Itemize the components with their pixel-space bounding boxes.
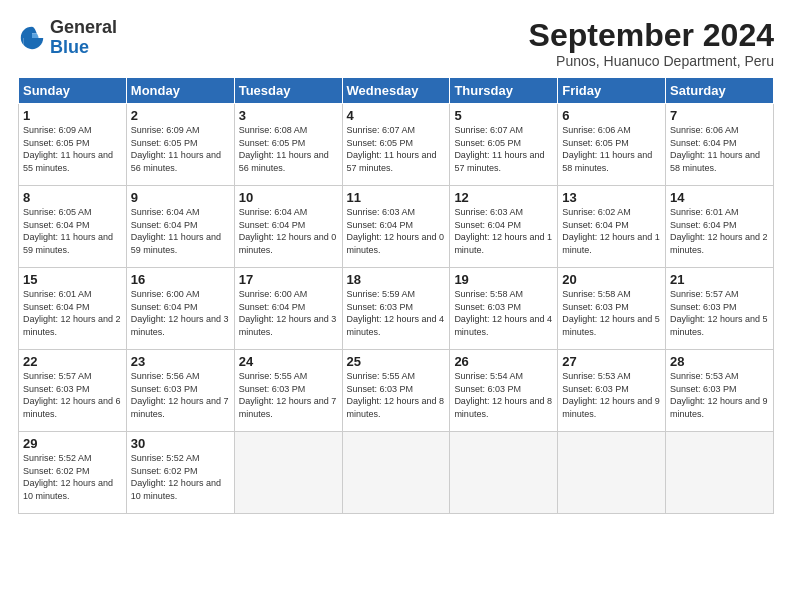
table-row: 20Sunrise: 5:58 AMSunset: 6:03 PMDayligh… [558, 268, 666, 350]
table-row: 12Sunrise: 6:03 AMSunset: 6:04 PMDayligh… [450, 186, 558, 268]
day-info: Sunrise: 6:03 AMSunset: 6:04 PMDaylight:… [347, 207, 445, 255]
day-number: 7 [670, 108, 769, 123]
day-info: Sunrise: 6:04 AMSunset: 6:04 PMDaylight:… [131, 207, 221, 255]
table-row: 10Sunrise: 6:04 AMSunset: 6:04 PMDayligh… [234, 186, 342, 268]
table-row: 4Sunrise: 6:07 AMSunset: 6:05 PMDaylight… [342, 104, 450, 186]
table-row: 27Sunrise: 5:53 AMSunset: 6:03 PMDayligh… [558, 350, 666, 432]
day-number: 28 [670, 354, 769, 369]
day-number: 17 [239, 272, 338, 287]
calendar-body: 1Sunrise: 6:09 AMSunset: 6:05 PMDaylight… [19, 104, 774, 514]
table-row: 6Sunrise: 6:06 AMSunset: 6:05 PMDaylight… [558, 104, 666, 186]
header-monday: Monday [126, 78, 234, 104]
day-info: Sunrise: 6:01 AMSunset: 6:04 PMDaylight:… [670, 207, 768, 255]
header-friday: Friday [558, 78, 666, 104]
table-row: 2Sunrise: 6:09 AMSunset: 6:05 PMDaylight… [126, 104, 234, 186]
table-row: 8Sunrise: 6:05 AMSunset: 6:04 PMDaylight… [19, 186, 127, 268]
day-info: Sunrise: 5:58 AMSunset: 6:03 PMDaylight:… [454, 289, 552, 337]
day-number: 22 [23, 354, 122, 369]
table-row: 25Sunrise: 5:55 AMSunset: 6:03 PMDayligh… [342, 350, 450, 432]
table-row: 15Sunrise: 6:01 AMSunset: 6:04 PMDayligh… [19, 268, 127, 350]
day-info: Sunrise: 5:58 AMSunset: 6:03 PMDaylight:… [562, 289, 660, 337]
table-row: 18Sunrise: 5:59 AMSunset: 6:03 PMDayligh… [342, 268, 450, 350]
calendar-week-row: 15Sunrise: 6:01 AMSunset: 6:04 PMDayligh… [19, 268, 774, 350]
month-title: September 2024 [529, 18, 774, 53]
day-number: 4 [347, 108, 446, 123]
day-number: 12 [454, 190, 553, 205]
day-info: Sunrise: 6:00 AMSunset: 6:04 PMDaylight:… [131, 289, 229, 337]
day-number: 26 [454, 354, 553, 369]
table-row: 14Sunrise: 6:01 AMSunset: 6:04 PMDayligh… [666, 186, 774, 268]
day-number: 10 [239, 190, 338, 205]
table-row: 28Sunrise: 5:53 AMSunset: 6:03 PMDayligh… [666, 350, 774, 432]
table-row: 16Sunrise: 6:00 AMSunset: 6:04 PMDayligh… [126, 268, 234, 350]
day-info: Sunrise: 6:09 AMSunset: 6:05 PMDaylight:… [23, 125, 113, 173]
table-row: 24Sunrise: 5:55 AMSunset: 6:03 PMDayligh… [234, 350, 342, 432]
day-info: Sunrise: 5:55 AMSunset: 6:03 PMDaylight:… [239, 371, 337, 419]
logo-general-text: General [50, 18, 117, 38]
day-info: Sunrise: 5:56 AMSunset: 6:03 PMDaylight:… [131, 371, 229, 419]
table-row: 9Sunrise: 6:04 AMSunset: 6:04 PMDaylight… [126, 186, 234, 268]
day-number: 14 [670, 190, 769, 205]
calendar-week-row: 8Sunrise: 6:05 AMSunset: 6:04 PMDaylight… [19, 186, 774, 268]
day-number: 1 [23, 108, 122, 123]
logo-blue-text: Blue [50, 38, 117, 58]
day-number: 8 [23, 190, 122, 205]
table-row [450, 432, 558, 514]
day-info: Sunrise: 6:00 AMSunset: 6:04 PMDaylight:… [239, 289, 337, 337]
calendar-header-row: Sunday Monday Tuesday Wednesday Thursday… [19, 78, 774, 104]
day-number: 23 [131, 354, 230, 369]
table-row [342, 432, 450, 514]
logo: General Blue [18, 18, 117, 58]
day-number: 5 [454, 108, 553, 123]
day-number: 30 [131, 436, 230, 451]
table-row: 5Sunrise: 6:07 AMSunset: 6:05 PMDaylight… [450, 104, 558, 186]
table-row: 1Sunrise: 6:09 AMSunset: 6:05 PMDaylight… [19, 104, 127, 186]
table-row: 30Sunrise: 5:52 AMSunset: 6:02 PMDayligh… [126, 432, 234, 514]
day-info: Sunrise: 5:52 AMSunset: 6:02 PMDaylight:… [23, 453, 113, 501]
day-info: Sunrise: 5:52 AMSunset: 6:02 PMDaylight:… [131, 453, 221, 501]
calendar-week-row: 22Sunrise: 5:57 AMSunset: 6:03 PMDayligh… [19, 350, 774, 432]
page: General Blue September 2024 Punos, Huanu… [0, 0, 792, 612]
day-info: Sunrise: 6:08 AMSunset: 6:05 PMDaylight:… [239, 125, 329, 173]
day-number: 11 [347, 190, 446, 205]
calendar-week-row: 29Sunrise: 5:52 AMSunset: 6:02 PMDayligh… [19, 432, 774, 514]
table-row [666, 432, 774, 514]
day-info: Sunrise: 5:59 AMSunset: 6:03 PMDaylight:… [347, 289, 445, 337]
table-row: 22Sunrise: 5:57 AMSunset: 6:03 PMDayligh… [19, 350, 127, 432]
table-row [234, 432, 342, 514]
day-number: 13 [562, 190, 661, 205]
table-row: 23Sunrise: 5:56 AMSunset: 6:03 PMDayligh… [126, 350, 234, 432]
title-section: September 2024 Punos, Huanuco Department… [529, 18, 774, 69]
day-number: 27 [562, 354, 661, 369]
calendar-table: Sunday Monday Tuesday Wednesday Thursday… [18, 77, 774, 514]
day-info: Sunrise: 5:57 AMSunset: 6:03 PMDaylight:… [23, 371, 121, 419]
table-row: 19Sunrise: 5:58 AMSunset: 6:03 PMDayligh… [450, 268, 558, 350]
table-row: 21Sunrise: 5:57 AMSunset: 6:03 PMDayligh… [666, 268, 774, 350]
table-row [558, 432, 666, 514]
header-wednesday: Wednesday [342, 78, 450, 104]
header-sunday: Sunday [19, 78, 127, 104]
table-row: 29Sunrise: 5:52 AMSunset: 6:02 PMDayligh… [19, 432, 127, 514]
day-number: 19 [454, 272, 553, 287]
day-number: 2 [131, 108, 230, 123]
day-info: Sunrise: 5:53 AMSunset: 6:03 PMDaylight:… [670, 371, 768, 419]
day-info: Sunrise: 5:57 AMSunset: 6:03 PMDaylight:… [670, 289, 768, 337]
header-saturday: Saturday [666, 78, 774, 104]
table-row: 11Sunrise: 6:03 AMSunset: 6:04 PMDayligh… [342, 186, 450, 268]
table-row: 7Sunrise: 6:06 AMSunset: 6:04 PMDaylight… [666, 104, 774, 186]
day-info: Sunrise: 5:55 AMSunset: 6:03 PMDaylight:… [347, 371, 445, 419]
header-tuesday: Tuesday [234, 78, 342, 104]
day-info: Sunrise: 6:09 AMSunset: 6:05 PMDaylight:… [131, 125, 221, 173]
day-number: 6 [562, 108, 661, 123]
day-info: Sunrise: 5:54 AMSunset: 6:03 PMDaylight:… [454, 371, 552, 419]
day-info: Sunrise: 6:01 AMSunset: 6:04 PMDaylight:… [23, 289, 121, 337]
header: General Blue September 2024 Punos, Huanu… [18, 18, 774, 69]
day-number: 3 [239, 108, 338, 123]
table-row: 26Sunrise: 5:54 AMSunset: 6:03 PMDayligh… [450, 350, 558, 432]
day-number: 25 [347, 354, 446, 369]
day-number: 16 [131, 272, 230, 287]
logo-text: General Blue [50, 18, 117, 58]
day-info: Sunrise: 6:06 AMSunset: 6:05 PMDaylight:… [562, 125, 652, 173]
table-row: 17Sunrise: 6:00 AMSunset: 6:04 PMDayligh… [234, 268, 342, 350]
day-number: 9 [131, 190, 230, 205]
